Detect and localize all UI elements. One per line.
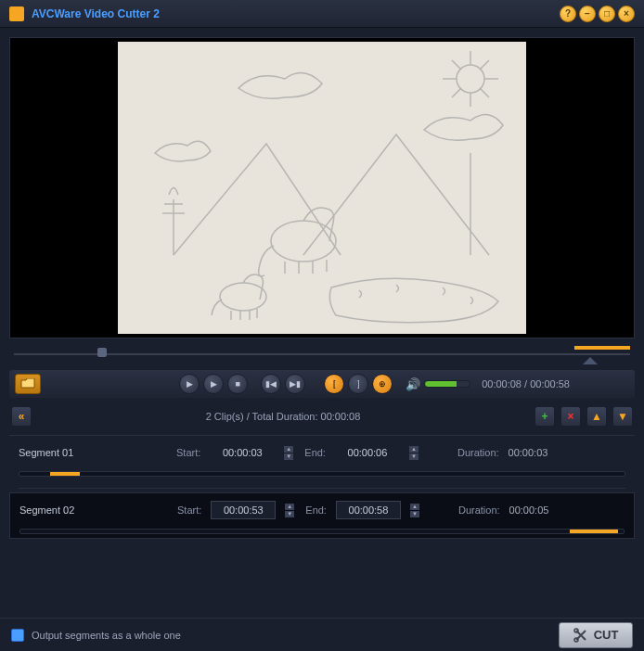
spinner-down-icon[interactable]: ▼ bbox=[284, 453, 293, 460]
set-start-button[interactable]: [ bbox=[324, 374, 344, 394]
segment-range-track[interactable] bbox=[19, 529, 625, 534]
app-icon bbox=[9, 6, 24, 21]
segments-list: Segment 01 Start: 00:00:03 ▲ ▼ End: 00:0… bbox=[9, 435, 635, 539]
new-segment-button[interactable]: ⊕ bbox=[372, 374, 393, 394]
player-controls: ▶ ▶ ■ ▮◀ ▶▮ [ ] ⊕ 🔊 00:00:08 / 00:00:58 bbox=[9, 370, 635, 398]
title-bar: AVCWare Video Cutter 2 ? − □ × bbox=[0, 0, 644, 28]
minimize-button[interactable]: − bbox=[579, 6, 596, 22]
video-thumbnail-sketch bbox=[118, 42, 526, 334]
segment-row[interactable]: Segment 02 Start: 00:00:53 ▲ ▼ End: 00:0… bbox=[9, 492, 635, 539]
segment-range-track[interactable] bbox=[19, 471, 625, 477]
cut-button[interactable]: CUT bbox=[559, 622, 633, 648]
close-button[interactable]: × bbox=[618, 6, 635, 22]
next-frame-button[interactable]: ▶▮ bbox=[285, 374, 305, 394]
spinner-up-icon[interactable]: ▲ bbox=[285, 504, 294, 510]
time-display: 00:00:08 / 00:00:58 bbox=[482, 378, 570, 389]
segment-name: Segment 01 bbox=[19, 447, 167, 458]
spinner-up-icon[interactable]: ▲ bbox=[410, 504, 419, 510]
window-controls: ? − □ × bbox=[560, 6, 635, 22]
start-spinner[interactable]: ▲ ▼ bbox=[285, 504, 296, 517]
spinner-up-icon[interactable]: ▲ bbox=[284, 446, 293, 453]
volume-icon[interactable]: 🔊 bbox=[406, 377, 420, 391]
play-segment-button[interactable]: ▶ bbox=[203, 374, 224, 394]
duration-value: 00:00:03 bbox=[509, 447, 548, 458]
timeline-end-arrow-icon bbox=[583, 357, 598, 364]
svg-point-2 bbox=[220, 283, 266, 311]
end-time-input[interactable]: 00:00:58 bbox=[336, 501, 401, 519]
move-down-button[interactable]: ▼ bbox=[612, 406, 633, 427]
segment-range-marker[interactable] bbox=[570, 530, 618, 533]
spinner-down-icon[interactable]: ▼ bbox=[409, 453, 419, 460]
set-end-button[interactable]: ] bbox=[348, 374, 368, 394]
duration-label: Duration: bbox=[458, 504, 500, 516]
footer: Output segments as a whole one CUT bbox=[0, 618, 644, 651]
start-label: Start: bbox=[177, 504, 201, 516]
end-spinner[interactable]: ▲ ▼ bbox=[409, 446, 420, 460]
svg-point-1 bbox=[271, 221, 336, 262]
output-whole-checkbox[interactable] bbox=[11, 629, 24, 642]
app-title: AVCWare Video Cutter 2 bbox=[32, 7, 560, 20]
output-whole-label[interactable]: Output segments as a whole one bbox=[32, 630, 551, 641]
start-time-input[interactable]: 00:00:53 bbox=[211, 501, 276, 519]
timeline-selection-marker bbox=[574, 346, 630, 350]
duration-label: Duration: bbox=[457, 447, 499, 458]
play-button[interactable]: ▶ bbox=[179, 374, 200, 394]
cut-button-label: CUT bbox=[594, 628, 619, 642]
help-button[interactable]: ? bbox=[560, 6, 576, 22]
timeline-playhead[interactable] bbox=[97, 348, 107, 357]
end-spinner[interactable]: ▲ ▼ bbox=[410, 504, 421, 517]
end-label: End: bbox=[304, 447, 326, 458]
start-label: Start: bbox=[176, 447, 200, 458]
video-preview[interactable] bbox=[9, 37, 635, 338]
start-spinner[interactable]: ▲ ▼ bbox=[284, 446, 295, 460]
remove-clip-button[interactable]: × bbox=[560, 406, 581, 427]
clips-summary: 2 Clip(s) / Total Duration: 00:00:08 bbox=[37, 411, 529, 422]
segment-range-marker[interactable] bbox=[50, 472, 81, 476]
timeline[interactable] bbox=[9, 346, 635, 364]
duration-value: 00:00:05 bbox=[509, 504, 549, 516]
scissors-icon bbox=[573, 628, 588, 643]
volume-slider[interactable] bbox=[424, 380, 470, 388]
end-time-value: 00:00:06 bbox=[335, 443, 400, 462]
segment-name: Segment 02 bbox=[19, 504, 168, 516]
stop-button[interactable]: ■ bbox=[227, 374, 248, 394]
collapse-button[interactable]: « bbox=[11, 406, 32, 427]
open-file-button[interactable] bbox=[15, 374, 41, 394]
clips-toolbar: « 2 Clip(s) / Total Duration: 00:00:08 +… bbox=[9, 403, 635, 429]
total-time: 00:00:58 bbox=[530, 378, 570, 389]
start-time-value: 00:00:03 bbox=[210, 443, 275, 462]
end-label: End: bbox=[305, 504, 327, 516]
move-up-button[interactable]: ▲ bbox=[586, 406, 607, 427]
spinner-down-icon[interactable]: ▼ bbox=[410, 511, 419, 517]
maximize-button[interactable]: □ bbox=[599, 6, 615, 22]
app-window: AVCWare Video Cutter 2 ? − □ × bbox=[0, 0, 644, 651]
prev-frame-button[interactable]: ▮◀ bbox=[261, 374, 281, 394]
current-time: 00:00:08 bbox=[482, 378, 522, 389]
spinner-down-icon[interactable]: ▼ bbox=[285, 511, 294, 517]
content-area: ▶ ▶ ■ ▮◀ ▶▮ [ ] ⊕ 🔊 00:00:08 / 00:00:58 … bbox=[0, 28, 644, 618]
add-clip-button[interactable]: + bbox=[535, 406, 555, 427]
spinner-up-icon[interactable]: ▲ bbox=[409, 446, 419, 453]
segment-row[interactable]: Segment 01 Start: 00:00:03 ▲ ▼ End: 00:0… bbox=[9, 436, 635, 492]
video-frame bbox=[118, 42, 526, 334]
